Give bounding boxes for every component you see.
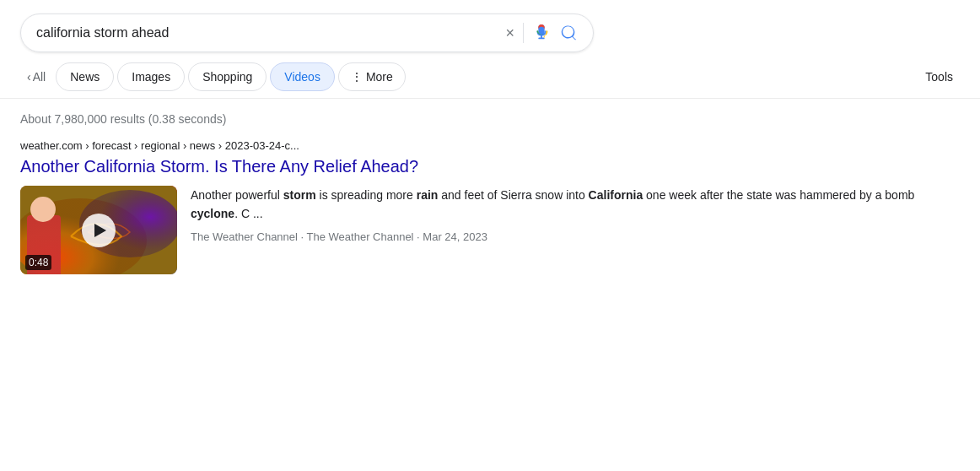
search-divider [523, 23, 524, 43]
tab-images[interactable]: Images [117, 62, 185, 91]
result-body: 0:48 Another powerful storm is spreading… [20, 186, 960, 274]
more-dots-icon: ⋮ [351, 70, 363, 84]
tab-news[interactable]: News [56, 62, 114, 91]
tabs-area: ‹ All News Images Shopping Videos ⋮ More… [0, 62, 980, 99]
tab-videos[interactable]: Videos [270, 62, 335, 91]
tab-all-label: All [33, 70, 46, 84]
tab-shopping[interactable]: Shopping [188, 62, 267, 91]
result-item: weather.com › forecast › regional › news… [0, 133, 980, 288]
tab-more[interactable]: ⋮ More [338, 62, 406, 91]
tab-images-label: Images [132, 70, 170, 84]
video-duration: 0:48 [25, 255, 51, 270]
search-bar-area: × [0, 0, 980, 62]
tab-shopping-label: Shopping [202, 70, 252, 84]
play-triangle-icon [94, 224, 106, 237]
result-url: weather.com › forecast › regional › news… [20, 139, 960, 152]
presenter-head [30, 197, 56, 222]
back-arrow-icon: ‹ [27, 70, 31, 84]
clear-icon[interactable]: × [505, 24, 514, 42]
search-box: × [20, 14, 594, 52]
result-snippet: Another powerful storm is spreading more… [191, 186, 960, 243]
tools-button[interactable]: Tools [918, 65, 960, 89]
tab-news-label: News [70, 70, 100, 84]
results-info: About 7,980,000 results (0.38 seconds) [0, 99, 980, 133]
result-meta: The Weather Channel · The Weather Channe… [191, 230, 960, 243]
snippet-text: Another powerful storm is spreading more… [191, 186, 960, 224]
search-icon[interactable] [559, 24, 578, 42]
search-input[interactable] [36, 25, 497, 41]
tab-back-all[interactable]: ‹ All [20, 65, 52, 89]
mic-icon[interactable] [532, 24, 551, 42]
tab-more-label: More [366, 70, 393, 84]
video-play-button[interactable] [82, 214, 116, 247]
tab-videos-label: Videos [284, 70, 320, 84]
result-title[interactable]: Another California Storm. Is There Any R… [20, 155, 960, 177]
video-thumbnail[interactable]: 0:48 [20, 186, 177, 274]
